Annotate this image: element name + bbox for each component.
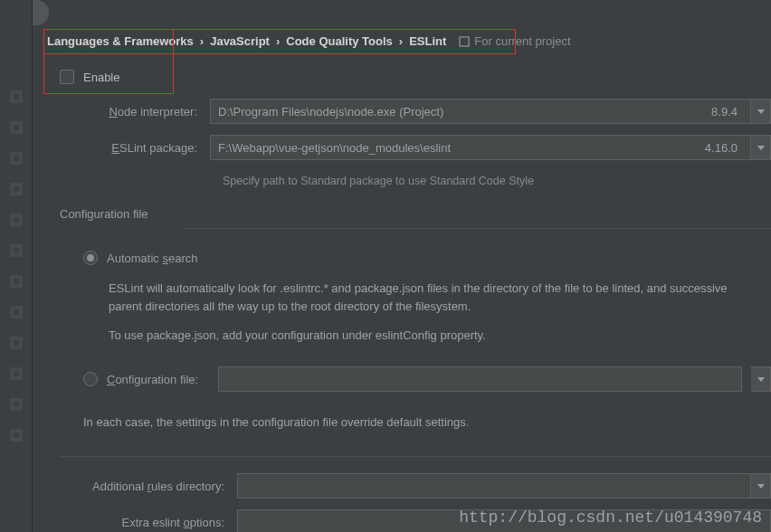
crumb-javascript[interactable]: JavaScript xyxy=(210,34,270,48)
gutter-icon xyxy=(10,275,23,288)
crumb-codequality[interactable]: Code Quality Tools xyxy=(286,34,393,48)
chevron-down-icon xyxy=(757,146,765,150)
rules-dir-dropdown[interactable] xyxy=(751,473,771,499)
svg-rect-25 xyxy=(461,38,468,45)
config-file-input[interactable] xyxy=(218,366,742,392)
gutter-icon xyxy=(10,183,23,195)
extra-options-label: Extra eslint options: xyxy=(47,516,237,529)
eslint-package-value: F:\Webapp\vue-getjson\node_modules\eslin… xyxy=(218,141,700,155)
enable-label: Enable xyxy=(83,71,119,84)
config-file-section-title: Configuration file xyxy=(47,200,771,224)
breadcrumb: Languages & Frameworks › JavaScript › Co… xyxy=(33,25,771,57)
svg-rect-3 xyxy=(13,124,20,131)
svg-rect-11 xyxy=(13,247,20,254)
gutter-icon xyxy=(10,429,23,442)
svg-rect-19 xyxy=(13,370,20,377)
for-current-project-tag: For current project xyxy=(459,34,570,48)
gutter-icon xyxy=(10,214,23,226)
chevron-down-icon xyxy=(757,377,765,382)
tab-bar xyxy=(33,0,771,25)
enable-checkbox[interactable] xyxy=(60,70,74,84)
svg-rect-15 xyxy=(13,309,20,316)
auto-desc-2: To use package.json, add your configurat… xyxy=(109,327,762,345)
node-interpreter-label: Node interpreter: xyxy=(47,105,210,119)
eslint-package-label: ESLint package: xyxy=(47,141,210,155)
auto-search-label: Automatic search xyxy=(107,252,197,265)
override-note: In each case, the settings in the config… xyxy=(47,397,771,438)
tab-shape xyxy=(33,0,49,25)
config-file-radio-label: Configuration file: xyxy=(107,373,198,386)
config-file-radio[interactable] xyxy=(83,372,98,386)
node-interpreter-dropdown[interactable] xyxy=(751,99,771,124)
svg-rect-23 xyxy=(13,432,20,439)
gutter-icon xyxy=(10,306,23,318)
chevron-right-icon: › xyxy=(199,34,205,48)
config-file-dropdown[interactable] xyxy=(751,366,771,392)
package-hint: Specify path to Standard package to use … xyxy=(47,166,771,200)
watermark: http://blog.csdn.net/u014390748 xyxy=(459,508,762,527)
auto-desc-1: ESLint will automatically look for .esli… xyxy=(109,280,762,316)
node-interpreter-version: 8.9.4 xyxy=(706,105,743,119)
svg-rect-21 xyxy=(13,401,20,408)
gutter-icon xyxy=(10,244,23,257)
svg-rect-5 xyxy=(13,155,20,162)
left-gutter xyxy=(0,0,33,532)
node-interpreter-value: D:\Program Files\nodejs\node.exe (Projec… xyxy=(218,105,706,119)
chevron-right-icon: › xyxy=(275,34,281,48)
svg-rect-13 xyxy=(13,278,20,285)
project-icon xyxy=(459,36,470,47)
gutter-icon xyxy=(10,367,23,380)
eslint-package-dropdown[interactable] xyxy=(751,135,771,160)
gutter-icon xyxy=(10,121,23,134)
rules-dir-input[interactable] xyxy=(237,473,751,499)
chevron-down-icon xyxy=(757,109,765,114)
svg-rect-7 xyxy=(13,185,20,193)
gutter-icon xyxy=(10,152,23,165)
eslint-package-version: 4.16.0 xyxy=(700,141,743,155)
crumb-eslint[interactable]: ESLint xyxy=(409,34,446,48)
chevron-right-icon: › xyxy=(398,34,404,48)
gutter-icon xyxy=(10,90,23,103)
node-interpreter-input[interactable]: D:\Program Files\nodejs\node.exe (Projec… xyxy=(210,99,751,124)
gutter-icon xyxy=(10,337,23,349)
for-project-label: For current project xyxy=(474,34,570,48)
gutter-icon xyxy=(10,398,23,411)
eslint-package-input[interactable]: F:\Webapp\vue-getjson\node_modules\eslin… xyxy=(210,135,751,160)
svg-rect-9 xyxy=(13,216,20,223)
svg-rect-17 xyxy=(13,339,20,347)
auto-search-radio[interactable] xyxy=(83,251,98,265)
chevron-down-icon xyxy=(757,484,765,489)
svg-rect-1 xyxy=(13,93,20,100)
crumb-languages[interactable]: Languages & Frameworks xyxy=(47,34,194,48)
rules-dir-label: Additional rules directory: xyxy=(47,480,237,493)
